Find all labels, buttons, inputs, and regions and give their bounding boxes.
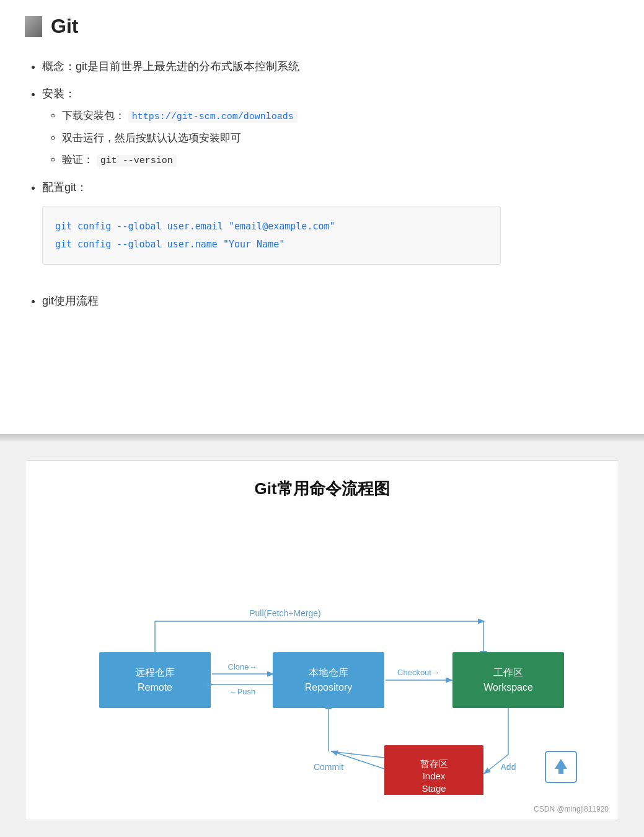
config-cmd-2: git config --global user.name "Your Name… xyxy=(55,236,488,254)
download-link[interactable]: https://git-scm.com/downloads xyxy=(128,111,298,123)
remote-label1: 远程仓库 xyxy=(135,667,175,678)
workflow-item: git使用流程 xyxy=(42,290,619,312)
svg-rect-0 xyxy=(25,16,42,37)
install-sub-list: 下载安装包： https://git-scm.com/downloads 双击运… xyxy=(42,105,619,171)
config-item: 配置git： git config --global user.email "e… xyxy=(42,176,619,265)
git-icon xyxy=(25,16,42,37)
section-divider xyxy=(0,434,644,441)
svg-rect-20 xyxy=(558,768,563,774)
run-item: 双击运行，然后按默认认选项安装即可 xyxy=(62,127,619,149)
install-item: 安装： 下载安装包： https://git-scm.com/downloads… xyxy=(42,82,619,171)
page-title: Git xyxy=(51,15,78,38)
config-cmd-1: git config --global user.email "email@ex… xyxy=(55,218,488,236)
title-row: Git xyxy=(25,15,619,38)
checkout-label: Checkout→ xyxy=(397,668,439,677)
diagram-svg-wrapper: Pull(Fetch+Merge) xyxy=(44,522,600,795)
diagram-container: Git常用命令流程图 Pull(Fetch+Merge) xyxy=(25,460,619,820)
config-text: 配置git： xyxy=(42,181,87,193)
svg-rect-1 xyxy=(27,18,40,35)
repo-label2: Repository xyxy=(304,682,351,693)
concept-text: 概念：git是目前世界上最先进的分布式版本控制系统 xyxy=(42,60,299,73)
svg-marker-19 xyxy=(555,759,567,769)
bottom-section: Git常用命令流程图 Pull(Fetch+Merge) xyxy=(0,441,644,837)
push-label: ←Push xyxy=(229,687,255,696)
spacer xyxy=(42,272,619,285)
stage-label1: 暂存区 xyxy=(420,758,448,769)
repo-label1: 本地仓库 xyxy=(309,667,348,678)
workspace-label1: 工作区 xyxy=(493,667,523,678)
diagram-title: Git常用命令流程图 xyxy=(44,478,600,500)
svg-rect-2 xyxy=(29,21,35,23)
concept-item: 概念：git是目前世界上最先进的分布式版本控制系统 xyxy=(42,55,619,78)
add-label: Add xyxy=(500,762,516,772)
watermark: CSDN @mingji811920 xyxy=(534,805,609,813)
download-item: 下载安装包： https://git-scm.com/downloads xyxy=(62,105,619,127)
workspace-box xyxy=(452,652,564,708)
git-flow-diagram: Pull(Fetch+Merge) xyxy=(50,522,595,795)
pull-label: Pull(Fetch+Merge) xyxy=(249,608,321,618)
download-label: 下载安装包： xyxy=(62,110,125,122)
svg-rect-3 xyxy=(29,25,38,27)
top-section: Git 概念：git是目前世界上最先进的分布式版本控制系统 安装： 下载安装包：… xyxy=(0,0,644,434)
svg-line-14 xyxy=(331,751,384,758)
install-text: 安装： xyxy=(42,87,76,100)
run-text: 双击运行，然后按默认认选项安装即可 xyxy=(62,132,241,144)
stage-label3: Stage xyxy=(421,783,446,794)
remote-box xyxy=(99,652,211,708)
verify-item: 验证： git --version xyxy=(62,149,619,171)
svg-rect-4 xyxy=(29,29,37,30)
repo-box xyxy=(273,652,384,708)
workspace-label2: Workspace xyxy=(483,682,533,693)
remote-label2: Remote xyxy=(137,682,172,693)
commit-label: Commit xyxy=(313,762,343,772)
clone-label: Clone→ xyxy=(227,662,257,671)
verify-code: git --version xyxy=(97,155,177,167)
verify-label: 验证： xyxy=(62,154,94,166)
stage-label2: Index xyxy=(422,771,445,781)
workflow-text: git使用流程 xyxy=(42,294,99,307)
main-list: 概念：git是目前世界上最先进的分布式版本控制系统 安装： 下载安装包： htt… xyxy=(25,55,619,312)
config-code-block: git config --global user.email "email@ex… xyxy=(42,206,501,265)
